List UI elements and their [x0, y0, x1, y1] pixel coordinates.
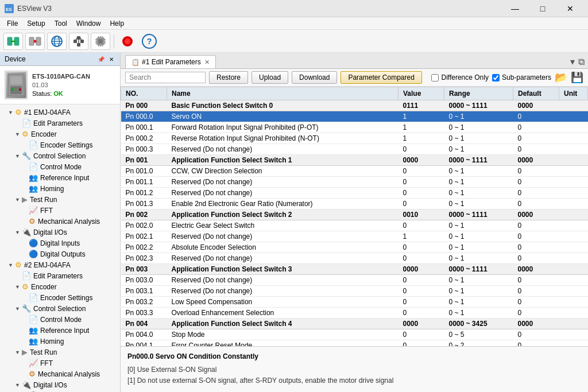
table-row[interactable]: Pn 002.3 Reserved (Do not change) 0 0 ~ …	[121, 253, 588, 264]
table-row[interactable]: Pn 000.0 Servo ON 1 0 ~ 1 0	[121, 111, 588, 122]
tree-item-ri1[interactable]: 👥Reference Input	[0, 172, 120, 183]
cell-range: 0 ~ 1	[444, 286, 513, 297]
menu-file[interactable]: File	[2, 18, 22, 29]
tree-item-hom1[interactable]: 👥Homing	[0, 183, 120, 194]
table-row[interactable]: Pn 000.1 Forward Rotation Input Signal P…	[121, 122, 588, 133]
tab-float-button[interactable]: ⧉	[577, 56, 586, 68]
param-compared-button[interactable]: Parameter Compared	[341, 71, 421, 84]
tree-item-es1[interactable]: 📄Encoder Settings	[0, 139, 120, 150]
description-area: Pn000.0 Servo ON Condition Constantly [0…	[121, 346, 588, 392]
tree-item-es2[interactable]: 📄Encoder Settings	[0, 292, 120, 303]
tree-item-hom2[interactable]: 👥Homing	[0, 336, 120, 347]
restore-button[interactable]: Restore	[209, 71, 248, 84]
tree-item-do1[interactable]: 🔵Digital Outputs	[0, 249, 120, 259]
table-row[interactable]: Pn 003.1 Reserved (Do not change) 0 0 ~ …	[121, 286, 588, 297]
table-row[interactable]: Pn 000.3 Reserved (Do not change) 0 0 ~ …	[121, 144, 588, 155]
table-row[interactable]: Pn 002.1 Reserved (Do not change) 1 0 ~ …	[121, 231, 588, 242]
tree-item-emj1[interactable]: ▼⚙#1 EMJ-04AFA	[0, 107, 120, 118]
table-row[interactable]: Pn 003.3 Overload Enhancement Selection …	[121, 308, 588, 319]
table-row[interactable]: Pn 001.1 Reserved (Do not change) 0 0 ~ …	[121, 177, 588, 188]
upload-button[interactable]: Upload	[252, 71, 288, 84]
table-row[interactable]: Pn 004.0 Stop Mode 0 0 ~ 5 0	[121, 329, 588, 340]
folder-icon[interactable]: 📂	[555, 71, 567, 84]
edit-parameters-tab[interactable]: 📋 #1 Edit Parameters ✕	[125, 55, 216, 68]
table-row[interactable]: Pn 004.1 Error Counter Reset Mode 0 0 ~ …	[121, 340, 588, 347]
tree-item-cm1[interactable]: 📄Control Mode	[0, 161, 120, 172]
cell-no: Pn 003.1	[121, 286, 167, 297]
table-row[interactable]: Pn 002.0 Electric Gear Select Switch 0 0…	[121, 220, 588, 231]
cell-unit	[559, 122, 588, 133]
panel-close-button[interactable]: ✕	[107, 56, 115, 63]
col-header-range: Range	[444, 87, 513, 100]
tree-item-io1[interactable]: ▼🔌Digital I/Os	[0, 227, 120, 238]
save-icon[interactable]: 💾	[571, 71, 583, 84]
cell-range: 0 ~ 1	[444, 297, 513, 308]
tree-item-fft2[interactable]: 📈FFT	[0, 358, 120, 368]
tree-item-cs1[interactable]: ▼🔧Control Selection	[0, 150, 120, 161]
table-row[interactable]: Pn 002 Application Function Select Switc…	[121, 209, 588, 220]
close-button[interactable]: ✕	[557, 0, 583, 17]
svg-text:ES: ES	[6, 7, 12, 12]
tree-item-emj2[interactable]: ▼⚙#2 EMJ-04AFA	[0, 259, 120, 270]
tab-close-button[interactable]: ✕	[204, 59, 210, 66]
table-row[interactable]: Pn 001.0 CCW, CW Direction Selection 0 0…	[121, 166, 588, 177]
minimize-button[interactable]: —	[502, 0, 528, 17]
tree-item-cs2[interactable]: ▼🔧Control Selection	[0, 303, 120, 314]
tree-item-ep1[interactable]: 📄Edit Parameters	[0, 118, 120, 129]
cell-range: 0 ~ 1	[444, 253, 513, 264]
table-row[interactable]: Pn 003.0 Reserved (Do not change) 0 0 ~ …	[121, 275, 588, 286]
table-row[interactable]: Pn 000 Basic Function Select Switch 0 01…	[121, 100, 588, 111]
table-row[interactable]: Pn 003.2 Low Speed Compensation 0 0 ~ 1 …	[121, 297, 588, 308]
tree-item-label: Encoder Settings	[40, 141, 92, 149]
tree-item-ma1[interactable]: ⚙Mechanical Analysis	[0, 216, 120, 227]
globe-button[interactable]	[47, 33, 67, 50]
tree-item-label: Homing	[40, 337, 64, 346]
connect-button[interactable]	[3, 33, 23, 50]
cell-unit	[559, 133, 588, 144]
tree-item-ep2[interactable]: 📄Edit Parameters	[0, 270, 120, 281]
col-header-unit: Unit	[559, 87, 588, 100]
download-button[interactable]: Download	[292, 71, 337, 84]
menu-setup[interactable]: Setup	[22, 18, 49, 29]
tree-item-di1[interactable]: 🔵Digital Inputs	[0, 238, 120, 249]
menu-help[interactable]: Help	[105, 18, 129, 29]
tree-item-label: Digital Outputs	[40, 250, 86, 258]
tree-item-tr2[interactable]: ▼▶Test Run	[0, 347, 120, 358]
app-icon: ES	[5, 4, 14, 13]
cell-unit	[559, 166, 588, 177]
menu-tool[interactable]: Tool	[50, 18, 72, 29]
help-button[interactable]: ?	[142, 34, 157, 49]
table-row[interactable]: Pn 001 Application Function Select Switc…	[121, 155, 588, 166]
table-row[interactable]: Pn 001.2 Reserved (Do not change) 0 0 ~ …	[121, 188, 588, 199]
panel-pin-button[interactable]: 📌	[96, 56, 106, 63]
table-row[interactable]: Pn 001.3 Enable 2nd Electronic Gear Rati…	[121, 199, 588, 209]
cell-value: 0	[399, 177, 444, 188]
tree-item-enc1[interactable]: ▼⚙Encoder	[0, 129, 120, 139]
menu-window[interactable]: Window	[72, 18, 106, 29]
tree-item-enc2[interactable]: ▼⚙Encoder	[0, 281, 120, 292]
disconnect-button[interactable]	[25, 33, 45, 50]
cell-unit	[559, 308, 588, 319]
table-row[interactable]: Pn 002.2 Absolute Encoder Selection 0 0 …	[121, 242, 588, 253]
cell-value: 0111	[399, 100, 444, 111]
tree-item-tr1[interactable]: ▼▶Test Run	[0, 194, 120, 205]
table-row[interactable]: Pn 004 Application Function Select Switc…	[121, 319, 588, 329]
table-row[interactable]: Pn 000.2 Reverse Rotation Input Signal P…	[121, 133, 588, 144]
device-thumbnail	[6, 72, 26, 98]
table-row[interactable]: Pn 003 Application Function Select Switc…	[121, 264, 588, 275]
cell-unit	[559, 209, 588, 220]
record-button[interactable]	[118, 33, 137, 50]
network-button[interactable]	[69, 33, 88, 50]
tree-item-ma2[interactable]: ⚙Mechanical Analysis	[0, 368, 120, 379]
tree-item-io2[interactable]: ▼🔌Digital I/Os	[0, 379, 120, 390]
maximize-button[interactable]: □	[529, 0, 556, 17]
search-input[interactable]	[125, 72, 206, 83]
cpu-button[interactable]	[91, 33, 110, 50]
tree-item-fft1[interactable]: 📈FFT	[0, 205, 120, 216]
sub-parameters-checkbox[interactable]	[492, 74, 500, 81]
svg-point-4	[11, 40, 13, 42]
tab-list-button[interactable]: ▾	[569, 55, 576, 68]
tree-item-ri2[interactable]: 👥Reference Input	[0, 325, 120, 336]
difference-only-checkbox[interactable]	[431, 74, 439, 81]
tree-item-cm2[interactable]: 📄Control Mode	[0, 314, 120, 325]
